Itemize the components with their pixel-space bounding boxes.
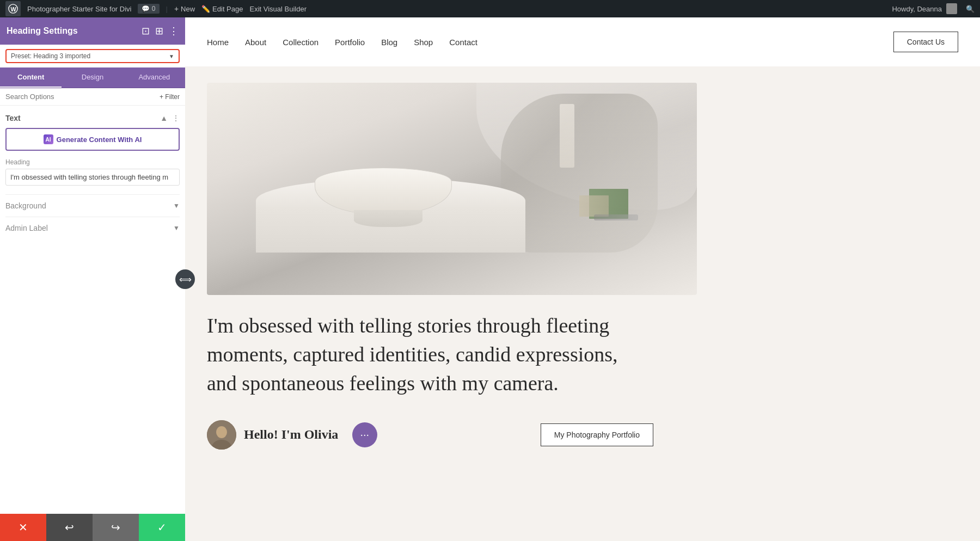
section-menu-icon[interactable]: ⋮ [172, 114, 180, 122]
save-button[interactable]: ✓ [139, 514, 185, 541]
site-name[interactable]: Photographer Starter Site for Divi [27, 5, 131, 13]
preset-arrow-icon: ▼ [169, 53, 174, 59]
vase-element [560, 104, 574, 168]
hero-section [185, 66, 980, 295]
more-options-icon[interactable]: ⋮ [169, 25, 179, 37]
heading-field-label: Heading [5, 158, 180, 166]
sidebar-header: Heading Settings ⊡ ⊞ ⋮ [0, 17, 185, 45]
undo-button[interactable]: ↩ [46, 514, 93, 541]
preset-label: Preset: Heading 3 imported [11, 52, 90, 60]
ai-generate-button[interactable]: AI Generate Content With AI [5, 128, 180, 151]
heading-input[interactable] [5, 169, 180, 186]
bowl-base-element [354, 210, 422, 227]
nav-portfolio[interactable]: Portfolio [335, 38, 365, 47]
background-chevron-icon: ▼ [173, 202, 180, 210]
undo-icon: ↩ [65, 521, 74, 534]
tab-content[interactable]: Content [0, 67, 62, 88]
exit-builder-button[interactable]: Exit Visual Builder [249, 5, 307, 13]
admin-label-section: Admin Label ▼ [5, 217, 180, 239]
contact-us-button[interactable]: Contact Us [893, 32, 958, 52]
main-heading-section: I'm obsessed with telling stories throug… [185, 295, 659, 409]
background-section: Background ▼ [5, 194, 180, 217]
tab-advanced[interactable]: Advanced [124, 67, 185, 88]
sidebar-title: Heading Settings [7, 26, 78, 36]
text-section-header: Text ▲ ⋮ [5, 114, 180, 122]
columns-icon[interactable]: ⊞ [155, 25, 163, 37]
admin-label-text: Admin Label [5, 224, 48, 232]
section-collapse-icon[interactable]: ▲ [160, 114, 168, 122]
glasses-element [594, 214, 638, 221]
comment-count[interactable]: 💬 0 [138, 4, 159, 14]
save-icon: ✓ [157, 521, 167, 534]
section-controls: ▲ ⋮ [160, 114, 180, 122]
wp-logo-icon[interactable]: W [5, 1, 21, 16]
settings-tabs: Content Design Advanced [0, 67, 185, 88]
book2-element [579, 195, 609, 217]
sidebar-resize-handle[interactable]: ⟺ [175, 269, 195, 289]
hero-photo [207, 83, 697, 295]
main-content-area: Home About Collection Portfolio Blog Sho… [185, 17, 980, 541]
svg-text:W: W [11, 6, 17, 13]
nav-about[interactable]: About [245, 38, 266, 47]
nav-links-group: Home About Collection Portfolio Blog Sho… [207, 38, 477, 47]
tab-design[interactable]: Design [62, 67, 123, 88]
search-options-input[interactable] [5, 93, 160, 101]
redo-icon: ↪ [111, 521, 120, 534]
text-section-title: Text [5, 114, 21, 122]
nav-contact[interactable]: Contact [449, 38, 477, 47]
main-heading-text: I'm obsessed with telling stories throug… [207, 311, 637, 398]
nav-shop[interactable]: Shop [414, 38, 433, 47]
floating-menu-button[interactable]: ··· [352, 422, 377, 447]
admin-label-chevron-icon: ▼ [173, 224, 180, 232]
background-section-header[interactable]: Background ▼ [5, 201, 180, 210]
nav-home[interactable]: Home [207, 38, 229, 47]
redo-button[interactable]: ↪ [93, 514, 139, 541]
admin-label-section-header[interactable]: Admin Label ▼ [5, 224, 180, 232]
hero-image [207, 83, 697, 295]
cancel-button[interactable]: ✕ [0, 514, 46, 541]
admin-bar: W Photographer Starter Site for Divi 💬 0… [0, 0, 980, 17]
filter-button[interactable]: + Filter [160, 93, 180, 101]
bottom-section: Hello! I'm Olivia ··· My Photography Por… [185, 409, 675, 460]
search-icon[interactable]: 🔍 [966, 5, 975, 13]
author-avatar [207, 420, 236, 450]
nav-collection[interactable]: Collection [283, 38, 318, 47]
new-button[interactable]: + New [174, 4, 195, 13]
sidebar-header-actions: ⊡ ⊞ ⋮ [142, 25, 179, 37]
author-greeting-text: Hello! I'm Olivia [244, 427, 338, 442]
search-options-bar: + Filter [0, 88, 185, 106]
fullscreen-icon[interactable]: ⊡ [142, 25, 150, 37]
ai-icon: AI [44, 134, 53, 144]
sidebar-toolbar: ✕ ↩ ↪ ✓ [0, 514, 185, 541]
preset-selector[interactable]: Preset: Heading 3 imported ▼ [5, 49, 180, 63]
ai-generate-label: Generate Content With AI [57, 136, 142, 144]
site-navigation: Home About Collection Portfolio Blog Sho… [185, 17, 980, 66]
settings-sidebar: Heading Settings ⊡ ⊞ ⋮ Preset: Heading 3… [0, 17, 185, 541]
background-label: Background [5, 201, 46, 210]
heading-field-group: Heading [5, 158, 180, 194]
author-info-group: Hello! I'm Olivia [207, 420, 338, 450]
nav-blog[interactable]: Blog [381, 38, 397, 47]
cancel-icon: ✕ [19, 521, 28, 534]
user-avatar [946, 3, 957, 14]
edit-page-button[interactable]: ✏️ Edit Page [201, 5, 243, 13]
sidebar-content-area: Text ▲ ⋮ AI Generate Content With AI Hea… [0, 106, 185, 514]
svg-point-3 [216, 426, 227, 438]
portfolio-button[interactable]: My Photography Portfolio [541, 423, 653, 446]
user-greeting: Howdy, Deanna 🔍 [892, 3, 975, 14]
